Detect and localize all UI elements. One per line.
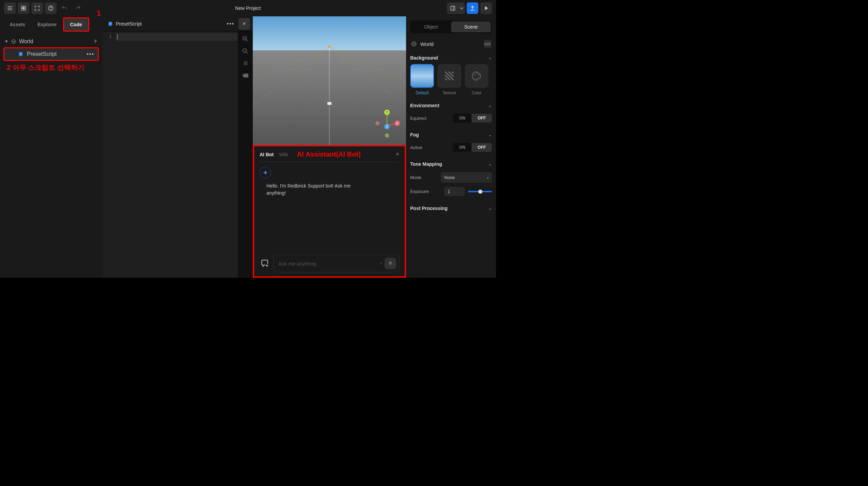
layout-split-button: [447, 2, 465, 14]
prop-exposure: Exposure 1: [410, 185, 492, 198]
add-script-button[interactable]: +: [93, 37, 97, 45]
bg-option-default[interactable]: Default: [410, 64, 434, 95]
section-background-header[interactable]: Background ⌄: [410, 54, 492, 64]
undo-button[interactable]: [59, 2, 70, 14]
svg-point-3: [50, 9, 51, 10]
chevron-down-icon: ⌄: [489, 132, 492, 137]
fog-off[interactable]: OFF: [471, 143, 492, 152]
script-file-icon: [108, 21, 113, 27]
topbar-left-group: [4, 2, 84, 14]
section-title: Fog: [410, 132, 419, 137]
tab-code[interactable]: Code: [63, 17, 89, 32]
menu-button[interactable]: [4, 2, 16, 14]
zoom-in-icon[interactable]: [242, 35, 249, 42]
bg-thumb-texture: [437, 64, 461, 88]
ai-panel-header: AI Bot Wiki AI Assistant(AI Bot) ×: [260, 150, 399, 162]
zoom-out-icon[interactable]: [242, 48, 249, 54]
section-environment-header[interactable]: Environment ⌄: [410, 101, 492, 112]
line-gutter: 1: [102, 31, 116, 278]
script-file-icon: [18, 51, 24, 57]
equirect-on[interactable]: ON: [453, 114, 471, 123]
svg-point-58: [476, 73, 477, 75]
tree-world-row[interactable]: ▼ World +: [3, 35, 99, 47]
section-title: Background: [410, 55, 438, 61]
select-value: None: [444, 175, 455, 180]
equirect-toggle: ON OFF: [453, 114, 492, 123]
section-post-processing: Post Processing ⌄: [410, 204, 492, 214]
top-bar: New Project: [0, 0, 496, 16]
bg-thumb-default: [410, 64, 434, 88]
viewport-sky: [253, 16, 406, 50]
3d-viewport[interactable]: Y X Z: [253, 16, 406, 145]
code-editor[interactable]: 1: [102, 31, 238, 278]
new-chat-button[interactable]: [260, 258, 270, 269]
script-tree: ▼ World + PresetScript ••• 2 아무 스크립트 선택하…: [0, 33, 102, 77]
prop-label: Exposure: [410, 189, 429, 194]
background-options: Default Texture Color: [410, 64, 492, 95]
svg-point-17: [243, 36, 247, 40]
globe-icon: [11, 39, 16, 44]
editor-tab-more[interactable]: •••: [225, 18, 236, 30]
svg-point-2: [48, 6, 53, 11]
code-line-area[interactable]: [116, 31, 238, 278]
tab-assets[interactable]: Assets: [3, 18, 31, 31]
prop-label: Mode: [410, 175, 421, 180]
bg-thumb-color: [465, 64, 489, 88]
fullscreen-button[interactable]: [31, 2, 43, 14]
list-icon[interactable]: [242, 60, 249, 67]
editor-tab-preset[interactable]: PresetScript: [102, 16, 147, 31]
equirect-off[interactable]: OFF: [471, 114, 492, 123]
layout-button[interactable]: [447, 2, 459, 14]
tab-object[interactable]: Object: [411, 21, 451, 32]
annotation-1: 1: [97, 9, 101, 18]
section-post-header[interactable]: Post Processing ⌄: [410, 204, 492, 214]
ai-tab-bot[interactable]: AI Bot: [260, 152, 274, 157]
inspector-world-row: World </>: [410, 38, 492, 54]
exposure-slider[interactable]: [468, 191, 492, 192]
caret-down-icon: ▼: [5, 39, 8, 43]
tab-scene[interactable]: Scene: [451, 21, 491, 32]
chevron-right-icon: ›: [487, 175, 489, 180]
play-button[interactable]: [480, 2, 492, 14]
script-item-preset[interactable]: PresetScript •••: [3, 47, 99, 61]
bg-label: Color: [472, 91, 482, 95]
backspace-icon[interactable]: [242, 72, 249, 79]
left-tabs: Assets Explorer Code 1: [0, 16, 102, 33]
editor-tab-close[interactable]: ×: [238, 18, 250, 30]
text-cursor: [117, 34, 118, 39]
help-button[interactable]: [45, 2, 57, 14]
screenshot-button[interactable]: [18, 2, 29, 14]
bg-option-texture[interactable]: Texture: [437, 64, 461, 95]
world-label: World: [19, 38, 33, 45]
inspector-code-button[interactable]: </>: [484, 40, 491, 48]
section-tone-header[interactable]: Tone Mapping ⌄: [410, 160, 492, 170]
section-fog: Fog ⌄ Active ON OFF: [410, 131, 492, 154]
svg-point-51: [265, 264, 269, 268]
project-title: New Project: [235, 5, 261, 11]
redo-button[interactable]: [72, 2, 84, 14]
ai-close-button[interactable]: ×: [396, 151, 399, 158]
layout-dropdown[interactable]: [459, 2, 465, 14]
script-item-menu[interactable]: •••: [87, 51, 94, 57]
svg-rect-4: [451, 6, 455, 10]
ai-tab-wiki[interactable]: Wiki: [279, 152, 288, 157]
prop-fog-active: Active ON OFF: [410, 141, 492, 154]
fog-on[interactable]: ON: [453, 143, 471, 152]
tone-mode-select[interactable]: None ›: [441, 172, 492, 183]
section-environment: Environment ⌄ Equirect ON OFF: [410, 101, 492, 125]
exposure-value[interactable]: 1: [444, 187, 465, 196]
slider-thumb[interactable]: [478, 190, 482, 194]
bg-option-color[interactable]: Color: [465, 64, 489, 95]
ai-send-button[interactable]: [385, 258, 396, 269]
tab-explorer[interactable]: Explorer: [31, 18, 63, 31]
svg-line-22: [246, 52, 248, 54]
section-background: Background ⌄ Default Texture: [410, 54, 492, 95]
svg-rect-9: [19, 52, 23, 56]
globe-icon: [411, 41, 417, 47]
main-layout: Assets Explorer Code 1 ▼ World + PresetS…: [0, 16, 496, 278]
ai-input[interactable]: [278, 261, 377, 266]
prop-label: Equirect: [410, 116, 427, 121]
bg-label: Default: [416, 91, 429, 95]
section-fog-header[interactable]: Fog ⌄: [410, 131, 492, 141]
upload-button[interactable]: [467, 2, 478, 14]
